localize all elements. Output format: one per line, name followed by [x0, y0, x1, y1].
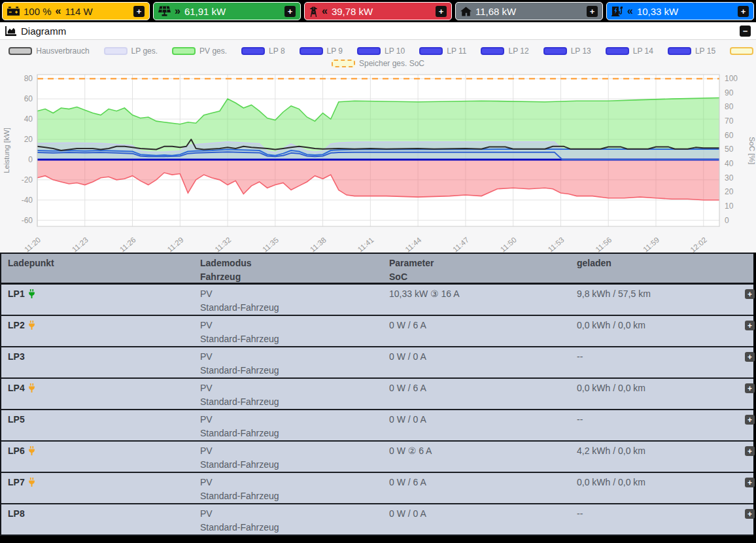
legend-label: Hausverbrauch — [36, 46, 89, 56]
legend-item: LP 13 — [543, 46, 591, 56]
col-geladen: geladen — [577, 256, 736, 283]
svg-text:11:26: 11:26 — [118, 236, 137, 253]
legend-swatch — [9, 47, 32, 55]
charge-mode: PV — [200, 383, 213, 393]
chargepoint-id: LP6 — [8, 446, 25, 456]
legend-item: Hausverbrauch — [9, 46, 89, 56]
charged-energy: 0,0 kWh / 0,0 km — [577, 476, 736, 503]
plug-icon — [25, 383, 35, 393]
charge-parameter: 0 W / 6 A — [389, 319, 577, 346]
legend-swatch — [172, 47, 196, 55]
chargepoint-id: LP4 — [8, 383, 25, 393]
legend-label: LP 14 — [633, 46, 653, 56]
expand-row-button[interactable]: + — [745, 509, 755, 519]
vehicle-name: Standard-Fahrzeug — [200, 302, 279, 313]
svg-text:12:02: 12:02 — [689, 236, 708, 253]
plug-icon — [25, 446, 35, 456]
legend-item: LP 10 — [357, 46, 405, 56]
expand-row-button[interactable]: + — [745, 289, 755, 299]
svg-text:-40: -40 — [22, 196, 33, 205]
svg-text:90: 90 — [725, 88, 734, 97]
vehicle-name: Standard-Fahrzeug — [200, 491, 279, 501]
svg-text:80: 80 — [725, 102, 734, 111]
legend-swatch — [241, 47, 265, 55]
chargepoint-table: LadepunktLademodusFahrzeugParameterSoCge… — [0, 253, 753, 536]
svg-text:11:47: 11:47 — [451, 236, 470, 253]
legend-label: LP 9 — [327, 46, 343, 56]
expand-row-button[interactable]: + — [745, 321, 755, 330]
legend-item: Speicher ges. — [730, 46, 756, 56]
power-pylon-icon — [309, 6, 318, 17]
chargepoint-row-lp3: LP3PVStandard-Fahrzeug0 W / 0 A--+ — [1, 347, 753, 379]
status-box-house[interactable]: 11,68 kW+ — [455, 2, 603, 20]
status-box-battery[interactable]: 100 %«114 W+ — [2, 2, 150, 20]
chargepoint-id: LP3 — [8, 351, 25, 362]
charge-mode: PV — [200, 351, 213, 362]
charged-energy: 0,0 kWh / 0,0 km — [577, 381, 736, 409]
vehicle-name: Standard-Fahrzeug — [200, 334, 279, 344]
svg-text:11:53: 11:53 — [547, 236, 566, 253]
expand-status-button[interactable]: + — [587, 6, 598, 17]
charge-parameter: 0 W ② 6 A — [389, 444, 577, 472]
charged-energy: 9,8 kWh / 57,5 km — [577, 287, 736, 315]
status-box-ladepunkte[interactable]: «10,33 kW+ — [606, 2, 754, 20]
status-bar: 100 %«114 W+»61,91 kW+«39,78 kW+11,68 kW… — [0, 0, 756, 22]
chargepoint-row-lp2: LP2PVStandard-Fahrzeug0 W / 6 A0,0 kWh /… — [1, 316, 753, 347]
legend-swatch — [606, 47, 629, 55]
svg-text:20: 20 — [24, 135, 33, 144]
legend-item: LP 8 — [241, 46, 284, 56]
vehicle-name: Standard-Fahrzeug — [200, 396, 279, 407]
expand-row-button[interactable]: + — [745, 478, 755, 487]
power-chart: -60-40-200204060800102030405060708090100… — [0, 69, 756, 253]
status-box-evu[interactable]: «39,78 kW+ — [304, 2, 452, 20]
legend-label: LP 11 — [447, 46, 466, 56]
status-value: 10,33 kW — [637, 6, 678, 17]
status-value: 114 W — [65, 6, 92, 17]
charge-parameter: 10,33 kW ③ 16 A — [389, 287, 577, 315]
svg-text:50: 50 — [725, 145, 734, 154]
legend-item: LP ges. — [104, 46, 158, 56]
svg-text:40: 40 — [24, 114, 33, 124]
collapse-diagram-button[interactable]: − — [740, 26, 751, 37]
charged-energy: -- — [577, 350, 736, 377]
status-value: 39,78 kW — [332, 6, 373, 17]
charge-parameter: 0 W / 0 A — [389, 350, 577, 377]
vehicle-name: Standard-Fahrzeug — [200, 428, 279, 438]
status-box-pv[interactable]: »61,91 kW+ — [153, 2, 301, 20]
vehicle-name: Standard-Fahrzeug — [200, 365, 279, 376]
legend-item: LP 11 — [419, 46, 466, 56]
car-battery-icon — [7, 7, 20, 16]
expand-row-button[interactable]: + — [745, 415, 755, 425]
charge-mode: PV — [200, 446, 213, 456]
col-lademodus-fahrzeug: LademodusFahrzeug — [200, 256, 389, 283]
legend-item: LP 15 — [668, 46, 715, 56]
status-value: 11,68 kW — [475, 6, 516, 17]
svg-text:11:41: 11:41 — [356, 236, 375, 253]
legend-label: LP ges. — [131, 46, 158, 56]
svg-text:40: 40 — [725, 159, 734, 168]
status-value: 61,91 kW — [184, 6, 226, 17]
legend-swatch — [730, 47, 753, 55]
legend-swatch — [332, 60, 355, 67]
svg-text:0: 0 — [725, 216, 729, 225]
expand-row-button[interactable]: + — [745, 352, 755, 362]
home-icon — [460, 7, 472, 16]
expand-row-button[interactable]: + — [745, 446, 755, 456]
charge-parameter: 0 W / 0 A — [389, 413, 577, 440]
charging-station-icon — [611, 6, 623, 16]
expand-status-button[interactable]: + — [738, 6, 749, 17]
chargepoint-row-lp1: LP1PVStandard-Fahrzeug10,33 kW ③ 16 A9,8… — [1, 285, 753, 316]
table-header-row: LadepunktLademodusFahrzeugParameterSoCge… — [1, 254, 753, 285]
expand-status-button[interactable]: + — [133, 6, 145, 17]
svg-text:11:23: 11:23 — [71, 236, 90, 253]
expand-row-button[interactable]: + — [745, 383, 755, 393]
legend-item: Speicher ges. SoC — [332, 59, 424, 68]
diagram-title: Diagramm — [21, 26, 66, 37]
diagram-header: Diagramm − — [0, 22, 756, 40]
expand-status-button[interactable]: + — [436, 6, 447, 17]
flow-arrow: » — [175, 5, 180, 17]
expand-status-button[interactable]: + — [284, 6, 296, 17]
svg-text:11:56: 11:56 — [594, 236, 613, 253]
svg-text:60: 60 — [725, 131, 734, 140]
flow-arrow: « — [322, 5, 328, 17]
